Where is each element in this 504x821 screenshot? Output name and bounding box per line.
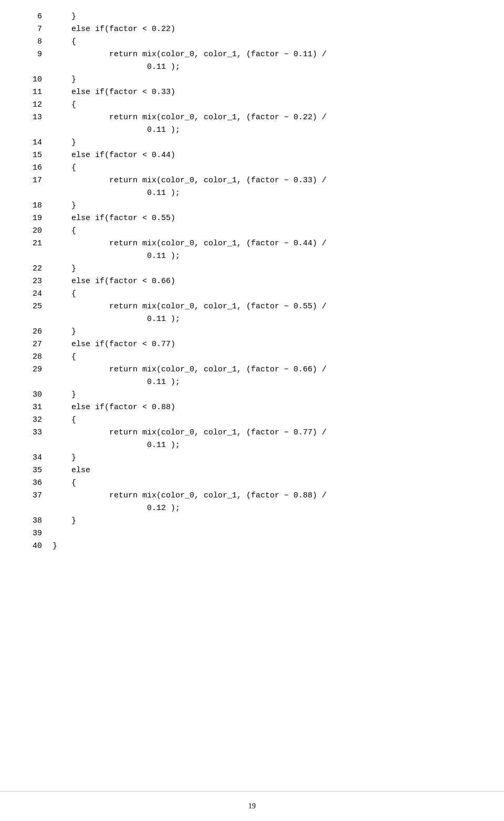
code-line-27: 27 else if(factor < 0.77) <box>21 338 483 351</box>
line-number-33: 33 <box>21 427 52 439</box>
code-line-10: 10 } <box>21 74 483 86</box>
line-number-19: 19 <box>21 212 52 225</box>
line-content-40: } <box>52 540 483 553</box>
code-line-29: 29 return mix(color_0, color_1, (factor … <box>21 363 483 389</box>
code-line-9: 9 return mix(color_0, color_1, (factor −… <box>21 48 483 74</box>
code-line-7: 7 else if(factor < 0.22) <box>21 23 483 36</box>
line-content-21: return mix(color_0, color_1, (factor − 0… <box>52 237 483 263</box>
code-line-39: 39 <box>21 527 483 540</box>
code-line-18: 18 } <box>21 200 483 212</box>
line-number-10: 10 <box>21 74 52 86</box>
code-line-14: 14 } <box>21 137 483 149</box>
line-content-23: else if(factor < 0.66) <box>52 275 483 288</box>
page-footer: 19 <box>0 791 504 821</box>
line-content-24: { <box>52 288 483 300</box>
line-content-7: else if(factor < 0.22) <box>52 23 483 36</box>
line-number-30: 30 <box>21 389 52 401</box>
line-number-20: 20 <box>21 225 52 237</box>
line-content-17: return mix(color_0, color_1, (factor − 0… <box>52 174 483 200</box>
line-content-29: return mix(color_0, color_1, (factor − 0… <box>52 363 483 389</box>
line-content-12: { <box>52 99 483 111</box>
page-number: 19 <box>248 802 256 810</box>
line-number-18: 18 <box>21 200 52 212</box>
line-content-14: } <box>52 137 483 149</box>
line-number-36: 36 <box>21 477 52 490</box>
code-line-37: 37 return mix(color_0, color_1, (factor … <box>21 490 483 515</box>
code-line-22: 22 } <box>21 263 483 275</box>
line-number-38: 38 <box>21 515 52 527</box>
line-number-6: 6 <box>21 11 52 23</box>
line-content-31: else if(factor < 0.88) <box>52 401 483 414</box>
line-number-25: 25 <box>21 300 52 313</box>
code-line-16: 16 { <box>21 162 483 174</box>
line-number-16: 16 <box>21 162 52 174</box>
line-number-17: 17 <box>21 174 52 187</box>
code-line-28: 28 { <box>21 351 483 363</box>
code-line-13: 13 return mix(color_0, color_1, (factor … <box>21 111 483 137</box>
line-number-28: 28 <box>21 351 52 363</box>
code-line-6: 6 } <box>21 11 483 23</box>
line-number-27: 27 <box>21 338 52 351</box>
line-content-6: } <box>52 11 483 23</box>
code-line-25: 25 return mix(color_0, color_1, (factor … <box>21 300 483 326</box>
line-content-22: } <box>52 263 483 275</box>
line-content-34: } <box>52 452 483 464</box>
code-line-36: 36 { <box>21 477 483 490</box>
code-line-26: 26 } <box>21 326 483 338</box>
line-number-29: 29 <box>21 363 52 376</box>
code-line-20: 20 { <box>21 225 483 237</box>
code-line-31: 31 else if(factor < 0.88) <box>21 401 483 414</box>
code-line-30: 30 } <box>21 389 483 401</box>
line-content-26: } <box>52 326 483 338</box>
code-line-17: 17 return mix(color_0, color_1, (factor … <box>21 174 483 200</box>
code-block: 6 } 7 else if(factor < 0.22) 8 { 9 retur… <box>0 0 504 791</box>
line-content-32: { <box>52 414 483 427</box>
code-line-38: 38 } <box>21 515 483 527</box>
code-line-32: 32 { <box>21 414 483 427</box>
line-number-8: 8 <box>21 36 52 48</box>
line-number-24: 24 <box>21 288 52 300</box>
line-number-32: 32 <box>21 414 52 427</box>
line-content-38: } <box>52 515 483 527</box>
line-number-34: 34 <box>21 452 52 464</box>
line-number-37: 37 <box>21 490 52 502</box>
line-content-13: return mix(color_0, color_1, (factor − 0… <box>52 111 483 137</box>
line-content-11: else if(factor < 0.33) <box>52 86 483 99</box>
code-line-23: 23 else if(factor < 0.66) <box>21 275 483 288</box>
line-content-33: return mix(color_0, color_1, (factor − 0… <box>52 427 483 452</box>
line-number-7: 7 <box>21 23 52 36</box>
line-number-13: 13 <box>21 111 52 124</box>
code-line-35: 35 else <box>21 464 483 477</box>
line-content-18: } <box>52 200 483 212</box>
line-content-10: } <box>52 74 483 86</box>
line-content-15: else if(factor < 0.44) <box>52 149 483 162</box>
line-content-8: { <box>52 36 483 48</box>
line-content-19: else if(factor < 0.55) <box>52 212 483 225</box>
line-number-15: 15 <box>21 149 52 162</box>
code-line-19: 19 else if(factor < 0.55) <box>21 212 483 225</box>
code-line-34: 34 } <box>21 452 483 464</box>
line-content-37: return mix(color_0, color_1, (factor − 0… <box>52 490 483 515</box>
line-number-40: 40 <box>21 540 52 553</box>
line-content-20: { <box>52 225 483 237</box>
code-line-8: 8 { <box>21 36 483 48</box>
line-content-27: else if(factor < 0.77) <box>52 338 483 351</box>
line-content-16: { <box>52 162 483 174</box>
line-number-21: 21 <box>21 237 52 250</box>
code-line-33: 33 return mix(color_0, color_1, (factor … <box>21 427 483 452</box>
line-number-12: 12 <box>21 99 52 111</box>
line-number-26: 26 <box>21 326 52 338</box>
line-content-25: return mix(color_0, color_1, (factor − 0… <box>52 300 483 326</box>
code-line-24: 24 { <box>21 288 483 300</box>
line-number-9: 9 <box>21 48 52 61</box>
line-content-30: } <box>52 389 483 401</box>
line-content-28: { <box>52 351 483 363</box>
code-line-11: 11 else if(factor < 0.33) <box>21 86 483 99</box>
line-content-36: { <box>52 477 483 490</box>
line-content-35: else <box>52 464 483 477</box>
line-number-35: 35 <box>21 464 52 477</box>
line-number-23: 23 <box>21 275 52 288</box>
line-number-31: 31 <box>21 401 52 414</box>
code-line-40: 40 } <box>21 540 483 553</box>
line-number-11: 11 <box>21 86 52 99</box>
